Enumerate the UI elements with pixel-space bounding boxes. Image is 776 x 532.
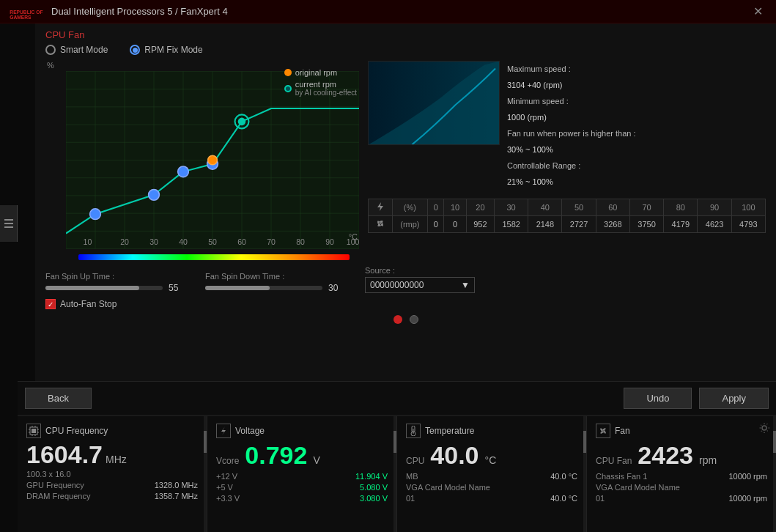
vga-temp-sub-label: 01 xyxy=(406,494,415,503)
gpu-freq-label: GPU Frequency xyxy=(26,481,84,489)
cpu-freq-title: CPU Frequency xyxy=(45,426,108,436)
v33-row: +3.3 V 3.080 V xyxy=(216,494,388,503)
dram-freq-row: DRAM Frequency 1358.7 MHz xyxy=(26,492,198,500)
mode-row: Smart Mode RPM Fix Mode xyxy=(45,45,766,55)
vga-fan-name-label: VGA Card Model Name xyxy=(596,483,680,492)
auto-fan-stop-row: ✓ Auto-Fan Stop xyxy=(45,299,766,309)
scroll-thumb-cpu xyxy=(204,431,207,453)
temp-icon xyxy=(408,426,418,436)
lightning-bolt-icon xyxy=(218,426,229,436)
close-button[interactable]: ✕ xyxy=(747,4,769,18)
current-rpm-label: current rpm xyxy=(295,80,357,89)
right-section: Maximum speed : 3104 +40 (rpm) Minimum s… xyxy=(368,61,766,260)
svg-text:10: 10 xyxy=(84,237,92,246)
spin-down-slider-row: 30 xyxy=(205,283,343,293)
pct-70: 70 xyxy=(629,199,663,216)
pct-label: (%) xyxy=(392,199,428,216)
rpm-7: 3750 xyxy=(629,216,663,233)
page-dot-1[interactable] xyxy=(410,315,418,324)
cpu-icon xyxy=(26,424,41,438)
gear-icon xyxy=(758,422,770,434)
svg-point-45 xyxy=(90,209,101,220)
svg-rect-3 xyxy=(4,219,13,221)
cpu-freq-title-row: CPU Frequency xyxy=(26,424,198,438)
svg-text:70: 70 xyxy=(267,237,276,246)
temp-title: Temperature xyxy=(425,426,474,436)
rpm-fix-mode-option[interactable]: RPM Fix Mode xyxy=(130,45,202,55)
chassis-fan-value: 10000 rpm xyxy=(728,472,767,481)
rog-logo: REPUBLIC OF GAMERS xyxy=(7,3,44,21)
source-dropdown[interactable]: 00000000000 ▼ xyxy=(365,277,475,293)
rpm-fix-mode-label: RPM Fix Mode xyxy=(144,45,202,55)
vcore-label: Vcore xyxy=(216,456,239,466)
cpu-freq-sub: 100.3 x 16.0 xyxy=(26,470,198,479)
top-panel: CPU Fan Smart Mode RPM Fix Mode % xyxy=(35,23,776,381)
chassis-fan-row: Chassis Fan 1 10000 rpm xyxy=(596,472,767,481)
pct-90: 90 xyxy=(698,199,731,216)
scroll-indicator-voltage xyxy=(393,416,396,532)
rpm-9: 4623 xyxy=(698,216,731,233)
svg-text:40: 40 xyxy=(179,237,188,246)
fan-spin-icon xyxy=(598,426,608,436)
svg-text:50: 50 xyxy=(208,237,217,246)
fan-run-label: Fan run when power is higher than : xyxy=(507,125,636,141)
fan-curve-visual xyxy=(369,61,499,145)
gear-button[interactable] xyxy=(758,422,770,437)
voltage-title: Voltage xyxy=(235,426,265,436)
voltage-icon xyxy=(216,424,231,438)
svg-text:30: 30 xyxy=(149,237,158,246)
rpm-1: 0 xyxy=(444,216,466,233)
dram-freq-value: 1358.7 MHz xyxy=(155,492,198,500)
svg-rect-56 xyxy=(32,429,36,433)
fan-icon-cell xyxy=(369,216,393,233)
rpm-6: 3268 xyxy=(596,216,629,233)
mb-temp-row: MB 40.0 °C xyxy=(406,472,577,481)
title-text: Dual Intelligent Processors 5 / FanXpert… xyxy=(51,6,228,17)
pct-0: 0 xyxy=(428,199,444,216)
pct-10: 10 xyxy=(444,199,466,216)
pct-60: 60 xyxy=(596,199,629,216)
smart-mode-label: Smart Mode xyxy=(60,45,108,55)
v33-label: +3.3 V xyxy=(216,494,240,503)
cpu-fan-value: 2423 xyxy=(638,441,693,470)
v12-row: +12 V 11.904 V xyxy=(216,472,388,481)
undo-button[interactable]: Undo xyxy=(624,388,692,409)
auto-fan-stop-checkbox[interactable]: ✓ xyxy=(45,299,56,309)
fan-card-icon xyxy=(596,424,610,438)
spin-up-value: 55 xyxy=(169,283,183,293)
spin-up-track[interactable] xyxy=(45,286,163,290)
spin-down-label: Fan Spin Down Time : xyxy=(205,272,343,281)
smart-mode-option[interactable]: Smart Mode xyxy=(45,45,108,55)
apply-button[interactable]: Apply xyxy=(699,388,769,409)
cpu-frequency-card: CPU Frequency 1604.7 MHz 100.3 x 16.0 GP… xyxy=(18,416,207,532)
fan-stats-row: Maximum speed : 3104 +40 (rpm) Minimum s… xyxy=(368,61,766,190)
cpu-freq-unit: MHz xyxy=(106,454,127,465)
chart-section: % xyxy=(45,61,361,260)
pct-30: 30 xyxy=(495,199,528,216)
svg-marker-53 xyxy=(377,202,383,211)
svg-text:20: 20 xyxy=(120,237,129,246)
cpu-chip-icon xyxy=(29,426,39,436)
page-dot-0[interactable] xyxy=(393,315,402,324)
sidebar-collapse-button[interactable] xyxy=(0,205,18,242)
pct-80: 80 xyxy=(664,199,698,216)
vcore-unit: V xyxy=(313,454,319,466)
ai-label: by AI cooling-effect xyxy=(295,89,357,97)
titlebar: REPUBLIC OF GAMERS Dual Intelligent Proc… xyxy=(0,0,776,23)
svg-rect-5 xyxy=(4,226,13,228)
spin-down-track[interactable] xyxy=(205,286,322,290)
cpu-fan-unit: rpm xyxy=(699,454,717,466)
temperature-card: Temperature CPU 40.0 °C MB 40.0 °C VGA C… xyxy=(397,416,587,532)
smart-mode-radio[interactable] xyxy=(45,45,56,55)
rpm-label: (rmp) xyxy=(392,216,428,233)
teal-dot xyxy=(284,85,292,92)
vga-fan-sub-label: 01 xyxy=(596,494,605,503)
temp-title-row: Temperature xyxy=(406,424,577,438)
v5-value: 5.080 V xyxy=(360,483,388,492)
rpm-fix-mode-radio[interactable] xyxy=(130,45,140,55)
temperature-gradient-bar xyxy=(78,254,350,260)
cpu-temp-label: CPU xyxy=(406,456,424,466)
back-button[interactable]: Back xyxy=(25,388,92,409)
v12-value: 11.904 V xyxy=(355,472,388,481)
rpm-8: 4179 xyxy=(664,216,698,233)
